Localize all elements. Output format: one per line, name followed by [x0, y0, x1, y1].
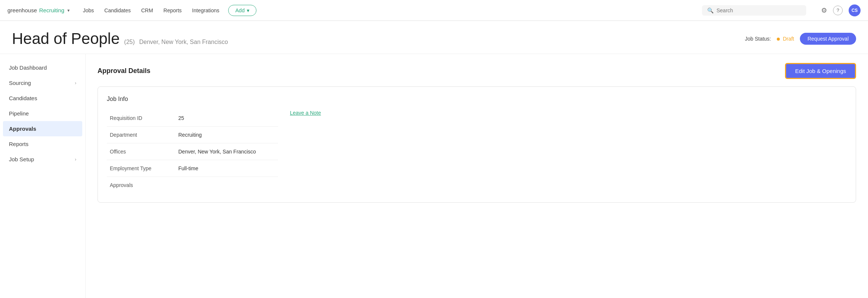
- avatar[interactable]: CS: [849, 4, 861, 16]
- sidebar: Job Dashboard Sourcing › Candidates Pipe…: [0, 54, 86, 298]
- info-table-wrapper: Requisition ID 25 Department Recruiting …: [107, 110, 847, 193]
- sidebar-item-pipeline[interactable]: Pipeline: [0, 106, 85, 121]
- main-layout: Job Dashboard Sourcing › Candidates Pipe…: [0, 54, 868, 298]
- nav-jobs[interactable]: Jobs: [83, 7, 94, 13]
- sidebar-item-candidates[interactable]: Candidates: [0, 91, 85, 106]
- logo-recruiting: Recruiting: [39, 7, 64, 13]
- main-content: Approval Details Edit Job & Openings Job…: [86, 54, 868, 298]
- nav-reports[interactable]: Reports: [163, 7, 182, 13]
- help-icon[interactable]: ?: [833, 6, 843, 15]
- nav-icons: ⚙ ? CS: [821, 4, 861, 16]
- status-dot-icon: [777, 38, 780, 41]
- request-approval-button[interactable]: Request Approval: [800, 33, 856, 45]
- sidebar-label-approvals: Approvals: [9, 126, 36, 132]
- edit-job-button[interactable]: Edit Job & Openings: [785, 63, 856, 79]
- sourcing-chevron-icon: ›: [75, 80, 76, 86]
- sidebar-label-candidates: Candidates: [9, 95, 37, 101]
- add-button[interactable]: Add ▾: [228, 5, 256, 16]
- field-label-employment-type: Employment Type: [107, 160, 175, 177]
- section-title: Approval Details: [98, 67, 150, 75]
- field-label-department: Department: [107, 127, 175, 143]
- page-title-location: Denver, New York, San Francisco: [139, 39, 228, 45]
- nav-crm[interactable]: CRM: [141, 7, 153, 13]
- search-area[interactable]: 🔍: [702, 5, 806, 16]
- sidebar-label-pipeline: Pipeline: [9, 110, 29, 117]
- table-row: Employment Type Full-time: [107, 160, 278, 177]
- add-label: Add: [235, 7, 245, 13]
- leave-note-area: Leave a Note: [290, 110, 321, 193]
- field-value-department: Recruiting: [175, 127, 278, 143]
- settings-icon[interactable]: ⚙: [821, 6, 827, 15]
- card-section-title: Job Info: [107, 96, 847, 102]
- logo-greenhouse: greenhouse: [7, 7, 37, 13]
- page-header: Head of People (25) Denver, New York, Sa…: [0, 21, 868, 54]
- sidebar-label-job-setup: Job Setup: [9, 156, 34, 162]
- leave-note-link[interactable]: Leave a Note: [290, 105, 321, 116]
- approval-details-card: Job Info Requisition ID 25 Department Re…: [98, 86, 856, 203]
- job-status-label: Job Status:: [745, 36, 771, 42]
- sidebar-label-job-dashboard: Job Dashboard: [9, 64, 47, 71]
- status-text: Draft: [783, 36, 794, 42]
- sidebar-item-job-dashboard[interactable]: Job Dashboard: [0, 60, 85, 75]
- table-row: Department Recruiting: [107, 127, 278, 143]
- add-chevron-icon: ▾: [247, 7, 249, 13]
- sidebar-item-job-setup[interactable]: Job Setup ›: [0, 152, 85, 167]
- table-row: Offices Denver, New York, San Francisco: [107, 143, 278, 160]
- sidebar-item-reports[interactable]: Reports: [0, 136, 85, 152]
- field-label-requisition-id: Requisition ID: [107, 110, 175, 127]
- sidebar-label-reports: Reports: [9, 141, 29, 147]
- logo[interactable]: greenhouse Recruiting ▾: [7, 7, 70, 13]
- field-value-employment-type: Full-time: [175, 160, 278, 177]
- page-title: Head of People: [12, 30, 120, 48]
- field-label-offices: Offices: [107, 143, 175, 160]
- page-title-area: Head of People (25) Denver, New York, Sa…: [12, 30, 228, 48]
- field-label-approvals: Approvals: [107, 177, 175, 194]
- info-table: Requisition ID 25 Department Recruiting …: [107, 110, 278, 193]
- info-table-left: Requisition ID 25 Department Recruiting …: [107, 110, 278, 193]
- sidebar-item-sourcing[interactable]: Sourcing ›: [0, 75, 85, 91]
- nav-links: Jobs Candidates CRM Reports Integrations: [83, 7, 220, 13]
- table-row: Requisition ID 25: [107, 110, 278, 127]
- nav-candidates[interactable]: Candidates: [104, 7, 131, 13]
- section-header: Approval Details Edit Job & Openings: [98, 63, 856, 79]
- page-header-right: Job Status: Draft Request Approval: [745, 33, 856, 45]
- field-value-requisition-id: 25: [175, 110, 278, 127]
- sidebar-label-sourcing: Sourcing: [9, 80, 31, 86]
- search-input[interactable]: [717, 7, 801, 13]
- logo-chevron-icon: ▾: [67, 8, 70, 13]
- field-value-offices: Denver, New York, San Francisco: [175, 143, 278, 160]
- page-title-count: (25): [124, 39, 135, 45]
- top-navigation: greenhouse Recruiting ▾ Jobs Candidates …: [0, 0, 868, 21]
- status-badge: Draft: [777, 36, 794, 42]
- table-row: Approvals: [107, 177, 278, 194]
- field-value-approvals: [175, 177, 278, 194]
- nav-integrations[interactable]: Integrations: [192, 7, 219, 13]
- search-icon: 🔍: [707, 7, 714, 13]
- job-setup-chevron-icon: ›: [75, 157, 76, 162]
- sidebar-item-approvals[interactable]: Approvals: [3, 121, 82, 136]
